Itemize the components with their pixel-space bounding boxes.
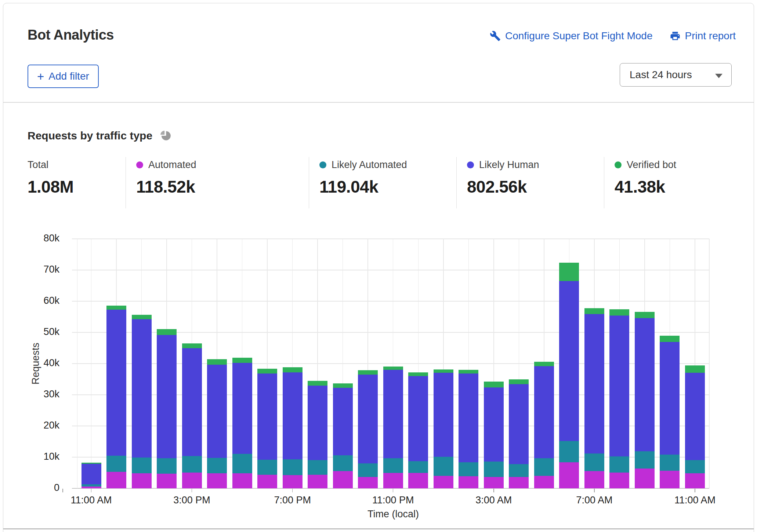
bar[interactable] (132, 315, 152, 488)
bar-segment-likely-human[interactable] (182, 348, 202, 456)
bar-segment-verified-bot[interactable] (207, 359, 227, 364)
bar[interactable] (559, 263, 579, 488)
bar[interactable] (660, 336, 680, 489)
bar-segment-verified-bot[interactable] (358, 370, 378, 375)
bar-segment-likely-human[interactable] (685, 373, 705, 460)
bar-segment-automated[interactable] (232, 473, 252, 488)
bar-segment-likely-human[interactable] (660, 342, 680, 455)
bar-segment-likely-human[interactable] (132, 319, 152, 458)
bar-segment-likely-human[interactable] (509, 384, 529, 464)
bar-segment-likely-human[interactable] (383, 370, 403, 458)
bar-segment-automated[interactable] (257, 475, 277, 488)
bar-segment-automated[interactable] (207, 473, 227, 488)
bar-segment-automated[interactable] (635, 469, 655, 488)
bar-segment-likely-automated[interactable] (434, 457, 453, 476)
bar-segment-likely-automated[interactable] (584, 453, 604, 471)
bar-segment-automated[interactable] (383, 473, 403, 488)
bar-segment-automated[interactable] (408, 473, 428, 488)
bar-segment-likely-human[interactable] (333, 388, 353, 455)
bar-segment-verified-bot[interactable] (534, 362, 554, 366)
bar-segment-verified-bot[interactable] (408, 372, 428, 376)
bar[interactable] (358, 370, 378, 488)
bar-segment-likely-automated[interactable] (509, 464, 529, 477)
bar-segment-likely-automated[interactable] (383, 458, 403, 473)
bar-segment-likely-automated[interactable] (559, 441, 579, 462)
bar[interactable] (635, 312, 655, 488)
bar-segment-verified-bot[interactable] (559, 263, 579, 281)
bar-segment-automated[interactable] (584, 471, 604, 488)
bar-segment-likely-automated[interactable] (257, 460, 277, 475)
bar-segment-likely-automated[interactable] (207, 458, 227, 474)
bar[interactable] (257, 369, 277, 488)
bar-segment-automated[interactable] (609, 473, 629, 488)
bar-segment-likely-human[interactable] (459, 374, 478, 462)
bar-segment-likely-human[interactable] (434, 373, 453, 457)
bar[interactable] (106, 306, 126, 488)
bar-segment-automated[interactable] (132, 473, 152, 488)
bar[interactable] (434, 369, 453, 488)
bar-segment-verified-bot[interactable] (333, 383, 353, 388)
bar-segment-likely-automated[interactable] (609, 456, 629, 472)
bar-segment-verified-bot[interactable] (308, 381, 327, 386)
bar-segment-likely-human[interactable] (534, 366, 554, 459)
bar-segment-likely-automated[interactable] (106, 456, 126, 472)
bar-segment-automated[interactable] (106, 472, 126, 488)
bar-segment-automated[interactable] (685, 473, 705, 488)
bar-segment-likely-human[interactable] (559, 281, 579, 441)
bar-segment-automated[interactable] (283, 475, 303, 488)
bar-segment-automated[interactable] (660, 471, 680, 488)
bar-segment-verified-bot[interactable] (484, 382, 504, 387)
bar-segment-automated[interactable] (459, 476, 478, 488)
bar[interactable] (685, 365, 705, 488)
bar-segment-verified-bot[interactable] (383, 367, 403, 370)
bar-segment-verified-bot[interactable] (232, 358, 252, 363)
bar-segment-likely-human[interactable] (308, 386, 327, 460)
bar[interactable] (207, 359, 227, 488)
bar-segment-verified-bot[interactable] (509, 379, 529, 384)
bar-segment-verified-bot[interactable] (283, 367, 303, 372)
bar-segment-verified-bot[interactable] (157, 329, 177, 335)
bar-segment-automated[interactable] (434, 476, 453, 488)
bar-segment-likely-automated[interactable] (358, 463, 378, 477)
bar[interactable] (534, 362, 554, 488)
bar-segment-verified-bot[interactable] (182, 343, 202, 349)
bar[interactable] (283, 367, 303, 488)
bar-segment-verified-bot[interactable] (132, 315, 152, 319)
bar-segment-verified-bot[interactable] (635, 312, 655, 318)
bar-segment-likely-human[interactable] (609, 316, 629, 456)
bar-segment-verified-bot[interactable] (434, 369, 453, 373)
bar-segment-likely-automated[interactable] (232, 454, 252, 473)
bar-segment-automated[interactable] (82, 487, 101, 488)
bar-segment-verified-bot[interactable] (584, 308, 604, 314)
bar[interactable] (383, 367, 403, 488)
bar[interactable] (459, 370, 478, 488)
bar[interactable] (182, 343, 202, 488)
bar-segment-likely-automated[interactable] (685, 460, 705, 473)
bar-segment-likely-human[interactable] (584, 314, 604, 453)
bar-segment-verified-bot[interactable] (257, 369, 277, 374)
bar-segment-likely-automated[interactable] (132, 458, 152, 473)
bar-segment-automated[interactable] (308, 475, 327, 488)
bar-segment-likely-automated[interactable] (459, 462, 478, 476)
bar[interactable] (584, 308, 604, 488)
bar-segment-likely-human[interactable] (408, 376, 428, 461)
bar[interactable] (509, 379, 529, 488)
bar-segment-likely-automated[interactable] (534, 458, 554, 476)
bar-segment-automated[interactable] (534, 476, 554, 488)
bar-segment-likely-automated[interactable] (283, 459, 303, 475)
bar-segment-verified-bot[interactable] (660, 336, 680, 342)
bar[interactable] (408, 372, 428, 488)
bar-segment-likely-automated[interactable] (157, 458, 177, 474)
bar-segment-likely-automated[interactable] (308, 460, 327, 475)
bar-segment-verified-bot[interactable] (106, 306, 126, 310)
bar[interactable] (232, 358, 252, 488)
bar-segment-likely-human[interactable] (635, 318, 655, 451)
bar-segment-likely-human[interactable] (82, 464, 101, 484)
bar-segment-verified-bot[interactable] (685, 365, 705, 373)
bar[interactable] (82, 463, 101, 488)
bar-segment-likely-human[interactable] (232, 363, 252, 454)
bar-segment-likely-human[interactable] (157, 335, 177, 458)
bar-segment-automated[interactable] (333, 471, 353, 488)
bar[interactable] (609, 309, 629, 488)
bar-segment-likely-human[interactable] (358, 375, 378, 463)
